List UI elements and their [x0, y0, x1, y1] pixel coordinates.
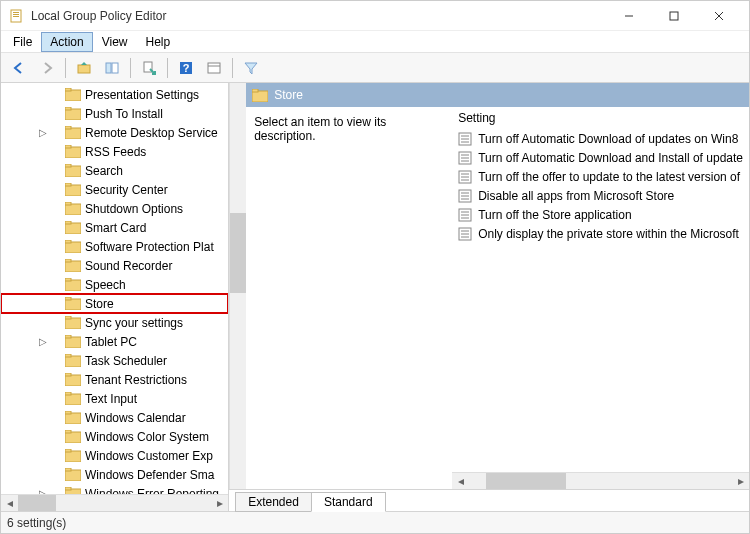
details-pane: Store Select an item to view its descrip…: [229, 83, 749, 511]
minimize-button[interactable]: [606, 2, 651, 30]
tree-item[interactable]: Push To Install: [1, 104, 228, 123]
tree-item-label: Sound Recorder: [85, 259, 172, 273]
tree-item-label: Speech: [85, 278, 126, 292]
list-item[interactable]: Turn off the Store application: [452, 205, 749, 224]
list-horizontal-scrollbar[interactable]: ◂ ▸: [452, 472, 749, 489]
svg-rect-44: [65, 356, 81, 367]
tab-standard[interactable]: Standard: [311, 492, 386, 512]
list-item[interactable]: Turn off Automatic Download of updates o…: [452, 129, 749, 148]
expand-icon[interactable]: ▷: [37, 336, 49, 348]
tree-item[interactable]: RSS Feeds: [1, 142, 228, 161]
svg-rect-31: [65, 221, 71, 224]
folder-icon: [65, 259, 81, 272]
tree-item[interactable]: Security Center: [1, 180, 228, 199]
tree-item-label: Remote Desktop Service: [85, 126, 218, 140]
tree-item-label: Windows Error Reporting: [85, 487, 219, 495]
tree-item[interactable]: Search: [1, 161, 228, 180]
tree-item[interactable]: Tenant Restrictions: [1, 370, 228, 389]
scroll-right-icon[interactable]: ▸: [211, 495, 228, 511]
scroll-thumb[interactable]: [230, 213, 246, 293]
svg-rect-33: [65, 240, 71, 243]
tree-item[interactable]: Shutdown Options: [1, 199, 228, 218]
svg-rect-23: [65, 145, 71, 148]
list-item-label: Only display the private store within th…: [478, 227, 739, 241]
menu-help[interactable]: Help: [138, 33, 179, 51]
menu-view[interactable]: View: [94, 33, 136, 51]
svg-rect-57: [65, 468, 71, 471]
list-item-label: Turn off Automatic Download and Install …: [478, 151, 743, 165]
tree-item-label: Windows Customer Exp: [85, 449, 213, 463]
show-hide-tree-button[interactable]: [100, 56, 124, 80]
tree-item[interactable]: ▷Remote Desktop Service: [1, 123, 228, 142]
folder-icon: [65, 183, 81, 196]
folder-icon: [65, 335, 81, 348]
svg-rect-51: [65, 411, 71, 414]
tree-item-label: Tenant Restrictions: [85, 373, 187, 387]
tree-horizontal-scrollbar[interactable]: ◂ ▸: [1, 494, 228, 511]
menu-file[interactable]: File: [5, 33, 40, 51]
list-item-label: Turn off the Store application: [478, 208, 631, 222]
tree-item[interactable]: Store: [1, 294, 228, 313]
forward-button[interactable]: [35, 56, 59, 80]
back-button[interactable]: [7, 56, 31, 80]
svg-rect-52: [65, 432, 81, 443]
tree-item-label: RSS Feeds: [85, 145, 146, 159]
tree-item[interactable]: ▷Tablet PC: [1, 332, 228, 351]
expand-icon[interactable]: ▷: [37, 127, 49, 139]
tree-item-label: Security Center: [85, 183, 168, 197]
tabs-bar: Extended Standard: [229, 489, 749, 511]
tree-item[interactable]: Task Scheduler: [1, 351, 228, 370]
up-button[interactable]: [72, 56, 96, 80]
folder-icon: [65, 392, 81, 405]
splitter-scrollbar[interactable]: [229, 83, 246, 489]
tab-extended[interactable]: Extended: [235, 492, 312, 512]
tree-item[interactable]: Windows Defender Sma: [1, 465, 228, 484]
export-button[interactable]: [137, 56, 161, 80]
list-item[interactable]: Turn off the offer to update to the late…: [452, 167, 749, 186]
scroll-left-icon[interactable]: ◂: [1, 495, 18, 511]
tree-item[interactable]: Windows Calendar: [1, 408, 228, 427]
setting-icon: [458, 170, 472, 184]
tree-item[interactable]: Software Protection Plat: [1, 237, 228, 256]
tree-item[interactable]: Speech: [1, 275, 228, 294]
column-header-setting[interactable]: Setting: [452, 107, 749, 129]
svg-rect-28: [65, 204, 81, 215]
tree-item[interactable]: Windows Customer Exp: [1, 446, 228, 465]
close-button[interactable]: [696, 2, 741, 30]
tree-item-label: Tablet PC: [85, 335, 137, 349]
tree-pane: Presentation SettingsPush To Install▷Rem…: [1, 83, 229, 511]
menu-action[interactable]: Action: [42, 33, 91, 51]
scroll-thumb[interactable]: [18, 495, 56, 511]
properties-button[interactable]: [202, 56, 226, 80]
list-item[interactable]: Only display the private store within th…: [452, 224, 749, 243]
svg-rect-46: [65, 375, 81, 386]
svg-rect-17: [65, 88, 71, 91]
help-button[interactable]: ?: [174, 56, 198, 80]
tree-item[interactable]: Smart Card: [1, 218, 228, 237]
tree-item[interactable]: ▷Windows Error Reporting: [1, 484, 228, 494]
svg-rect-19: [65, 107, 71, 110]
folder-icon: [65, 316, 81, 329]
svg-rect-3: [13, 16, 19, 17]
filter-button[interactable]: [239, 56, 263, 80]
list-item[interactable]: Disable all apps from Microsoft Store: [452, 186, 749, 205]
tree-item[interactable]: Sound Recorder: [1, 256, 228, 275]
maximize-button[interactable]: [651, 2, 696, 30]
svg-rect-24: [65, 166, 81, 177]
list-item[interactable]: Turn off Automatic Download and Install …: [452, 148, 749, 167]
tree-view[interactable]: Presentation SettingsPush To Install▷Rem…: [1, 83, 228, 494]
folder-icon: [65, 145, 81, 158]
tree-item[interactable]: Text Input: [1, 389, 228, 408]
status-text: 6 setting(s): [7, 516, 66, 530]
scroll-right-icon[interactable]: ▸: [732, 473, 749, 489]
scroll-thumb[interactable]: [486, 473, 566, 489]
svg-rect-47: [65, 373, 71, 376]
folder-icon: [65, 354, 81, 367]
tree-item[interactable]: Presentation Settings: [1, 85, 228, 104]
svg-rect-30: [65, 223, 81, 234]
svg-rect-59: [65, 487, 71, 490]
tree-item[interactable]: Windows Color System: [1, 427, 228, 446]
tree-item[interactable]: Sync your settings: [1, 313, 228, 332]
svg-rect-40: [65, 318, 81, 329]
scroll-left-icon[interactable]: ◂: [452, 473, 469, 489]
